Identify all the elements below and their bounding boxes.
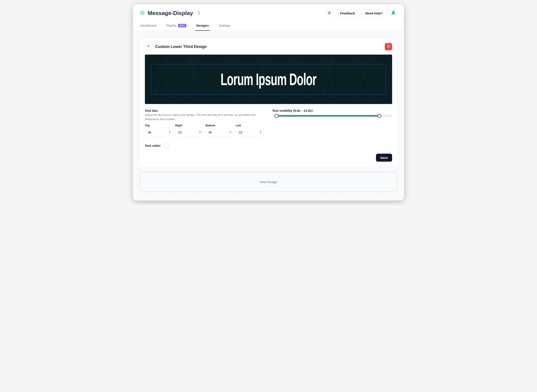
visibility-slider[interactable]: [272, 114, 392, 118]
card-header: Custom Lower Third Design: [145, 43, 392, 50]
save-row: Save: [145, 154, 392, 162]
avatar-icon: [391, 9, 396, 17]
brand-title: Message-Display: [148, 10, 193, 17]
need-help-button[interactable]: Need help?: [362, 9, 386, 17]
visibility-controls: Text visibility (0.8s - 13.9s): [272, 109, 392, 148]
chevron-up-down-icon: [196, 11, 201, 15]
dim-right: Right: [175, 124, 203, 136]
svg-line-8: [330, 12, 331, 12]
dim-top-input[interactable]: [145, 128, 173, 136]
tab-playlist[interactable]: Playlist PRO: [165, 22, 187, 31]
card-title: Custom Lower Third Design: [155, 44, 382, 49]
tab-dashboard-label: Dashboard: [140, 24, 156, 27]
topbar: Message-Display Feedback Need help?: [133, 4, 404, 19]
dimension-fields: Top Right: [145, 124, 264, 136]
design-preview: Lorum Ipsum Dolor: [145, 55, 392, 104]
dim-bottom-label: Bottom: [205, 124, 233, 127]
visibility-label: Text visibility (0.8s - 13.9s): [272, 109, 392, 112]
dim-top-label: Top: [145, 124, 173, 127]
new-design-button[interactable]: New Design: [140, 172, 397, 192]
tabs: Dashboard Playlist PRO Designs Settings: [133, 19, 404, 31]
design-card: Custom Lower Third Design: [140, 38, 397, 167]
dim-left-input[interactable]: [236, 128, 264, 136]
dim-left-label: Left: [236, 124, 264, 127]
slider-fill: [276, 115, 380, 117]
sun-icon: [327, 11, 332, 16]
svg-line-5: [328, 12, 328, 12]
new-design-label: New Design: [260, 180, 277, 184]
page-body: Custom Lower Third Design: [133, 31, 404, 201]
trash-icon: [387, 45, 390, 49]
dim-right-label: Right: [175, 124, 203, 127]
dim-right-input[interactable]: [175, 128, 203, 136]
text-color-swatch[interactable]: [163, 143, 168, 148]
tab-designs[interactable]: Designs: [195, 22, 210, 31]
tab-dashboard[interactable]: Dashboard: [140, 22, 157, 31]
dim-bottom-input[interactable]: [205, 128, 233, 136]
svg-line-6: [330, 14, 331, 14]
save-button[interactable]: Save: [376, 154, 392, 162]
text-color-row: Text color:: [145, 143, 264, 148]
app-window: Message-Display Feedback Need help? Dash…: [133, 4, 404, 201]
textbox-desc: Adjust the text box to match your design…: [145, 113, 264, 121]
preview-textbox-outline: Lorum Ipsum Dolor: [151, 64, 386, 95]
slider-track: [272, 115, 392, 117]
textbox-controls: Text box Adjust the text box to match yo…: [145, 109, 264, 148]
svg-point-0: [329, 12, 330, 14]
delete-button[interactable]: [385, 43, 392, 50]
slider-handle-max[interactable]: [378, 114, 381, 118]
svg-line-7: [328, 14, 328, 14]
tab-playlist-label: Playlist: [166, 24, 176, 27]
textbox-label: Text box: [145, 109, 264, 112]
pro-badge: PRO: [178, 24, 186, 27]
dim-bottom: Bottom: [205, 124, 233, 136]
collapse-toggle[interactable]: [145, 43, 152, 50]
tab-designs-label: Designs: [196, 24, 209, 27]
controls: Text box Adjust the text box to match yo…: [145, 109, 392, 148]
theme-toggle-button[interactable]: [325, 9, 333, 17]
brand-selector[interactable]: Message-Display: [140, 10, 201, 17]
feedback-button[interactable]: Feedback: [336, 9, 359, 17]
topbar-right: Feedback Need help?: [325, 9, 397, 17]
dim-left: Left: [236, 124, 264, 136]
text-color-label: Text color:: [145, 144, 161, 147]
chevron-down-icon: [147, 45, 150, 49]
tab-settings[interactable]: Settings: [218, 22, 231, 31]
avatar[interactable]: [389, 9, 397, 17]
tab-settings-label: Settings: [219, 24, 230, 27]
preview-text: Lorum Ipsum Dolor: [220, 70, 316, 89]
brand-icon: [140, 10, 145, 16]
slider-handle-min[interactable]: [275, 114, 278, 118]
dim-top: Top: [145, 124, 173, 136]
